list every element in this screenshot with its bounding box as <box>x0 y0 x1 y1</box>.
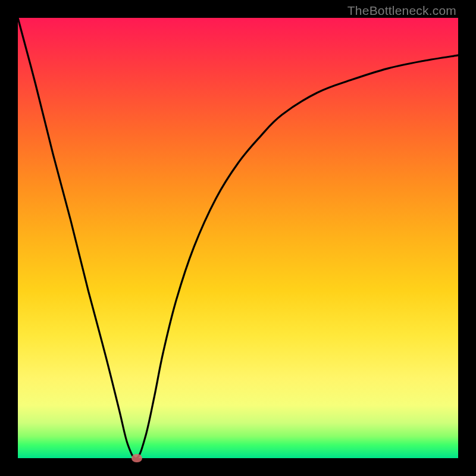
watermark-text: TheBottleneck.com <box>347 4 456 18</box>
curve-svg <box>18 18 458 458</box>
chart-frame: TheBottleneck.com <box>0 0 476 476</box>
bottleneck-curve <box>18 18 458 458</box>
optimal-point-marker <box>131 454 142 462</box>
plot-area <box>18 18 458 458</box>
